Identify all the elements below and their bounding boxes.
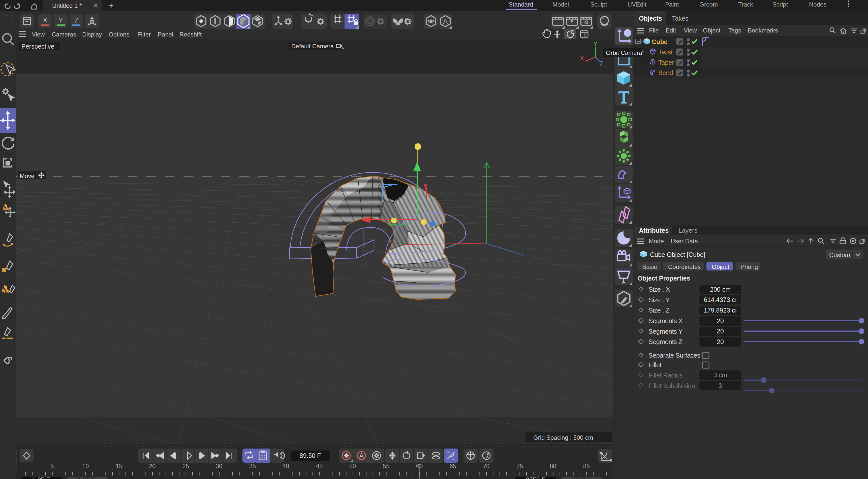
svg-text:50: 50 [349,463,356,470]
svg-text:70: 70 [483,463,490,470]
svg-text:1.25 F: 1.25 F [32,476,50,479]
svg-text:Z: Z [74,16,79,24]
svg-text:40: 40 [282,463,289,470]
svg-text:Z: Z [599,60,603,67]
svg-text:45: 45 [316,463,323,470]
svg-text:2750 F: 2750 F [571,476,591,479]
svg-text:A: A [443,18,447,25]
svg-text:X: X [43,16,47,24]
svg-text:85: 85 [583,463,590,470]
svg-text:20: 20 [149,463,156,470]
svg-text:Y: Y [593,40,597,47]
svg-text:X: X [580,55,584,62]
svg-text:75: 75 [517,463,523,470]
svg-text:89.50 F: 89.50 F [300,452,321,459]
svg-text:35: 35 [249,463,256,470]
svg-text:15: 15 [116,463,123,470]
svg-text:65: 65 [450,463,457,470]
svg-text:25: 25 [183,463,189,470]
svg-text:80: 80 [550,463,557,470]
svg-text:A: A [360,452,364,459]
svg-text:1.25 F: 1.25 F [78,476,96,479]
svg-text:5: 5 [51,463,54,470]
svg-text:55: 55 [383,463,390,470]
svg-text:Y: Y [59,16,63,24]
svg-text:10: 10 [82,463,89,470]
svg-text:2750 F: 2750 F [526,476,546,479]
